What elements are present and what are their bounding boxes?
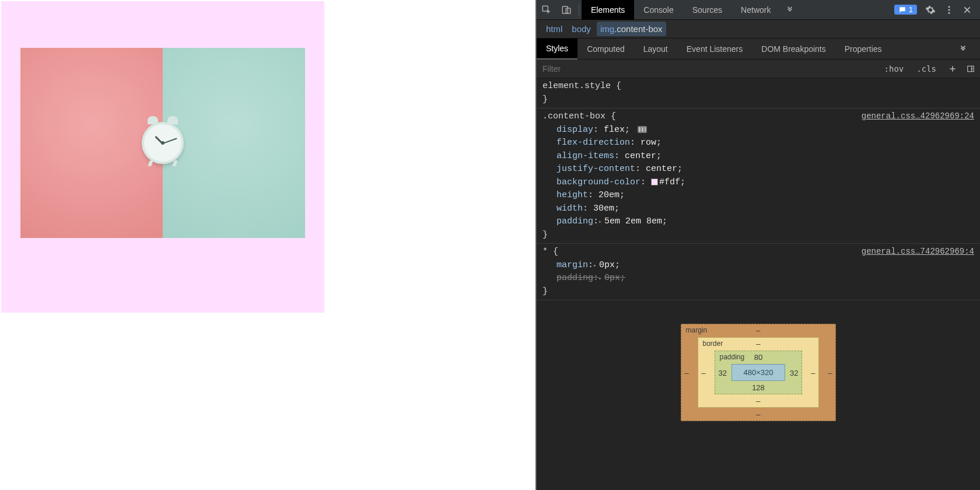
css-rules: element.style { } general.css…42962969:2… bbox=[537, 78, 980, 300]
filter-input[interactable] bbox=[537, 64, 879, 74]
box-model-border[interactable]: border – – – – padding 80 128 32 32 480×… bbox=[698, 337, 820, 408]
subtab-layout[interactable]: Layout bbox=[634, 38, 677, 60]
svg-point-5 bbox=[949, 12, 950, 13]
decl-margin[interactable]: margin:▸0px; bbox=[542, 259, 974, 272]
subtab-properties[interactable]: Properties bbox=[835, 38, 891, 60]
expand-shorthand-icon[interactable]: ▸ bbox=[598, 219, 602, 225]
content-box-element bbox=[1, 1, 324, 313]
decl-justify-content[interactable]: justify-content: center; bbox=[542, 163, 974, 176]
settings-icon[interactable] bbox=[925, 5, 936, 15]
breadcrumb-html[interactable]: html bbox=[542, 22, 566, 36]
breadcrumb-body[interactable]: body bbox=[568, 22, 594, 36]
margin-left-value: – bbox=[685, 368, 689, 377]
computed-sidebar-icon[interactable] bbox=[961, 65, 980, 73]
color-swatch-icon[interactable] bbox=[651, 178, 658, 186]
padding-top-value: 80 bbox=[754, 353, 762, 362]
padding-left-value: 32 bbox=[719, 368, 727, 377]
border-right-value: – bbox=[811, 368, 815, 377]
source-link-content-box[interactable]: general.css…42962969:24 bbox=[862, 110, 974, 123]
devtools-panel: Elements Console Sources Network 1 html … bbox=[536, 0, 980, 490]
filter-bar: :hov .cls bbox=[537, 60, 980, 78]
padding-bottom-value: 128 bbox=[752, 383, 765, 392]
rule-universal[interactable]: general.css…742962969:4 * { margin:▸0px;… bbox=[537, 244, 980, 300]
tab-elements[interactable]: Elements bbox=[582, 0, 634, 20]
device-toolbar-icon[interactable] bbox=[556, 0, 576, 20]
issues-badge[interactable]: 1 bbox=[894, 5, 917, 15]
padding-label: padding bbox=[720, 353, 745, 361]
flex-editor-icon[interactable] bbox=[638, 126, 647, 133]
tab-sources[interactable]: Sources bbox=[683, 0, 732, 20]
border-top-value: – bbox=[756, 340, 760, 348]
tab-network[interactable]: Network bbox=[732, 0, 780, 20]
subtab-computed[interactable]: Computed bbox=[578, 38, 634, 60]
inspect-element-icon[interactable] bbox=[537, 0, 556, 20]
svg-point-4 bbox=[949, 9, 950, 10]
subtab-dom-breakpoints[interactable]: DOM Breakpoints bbox=[752, 38, 835, 60]
border-label: border bbox=[703, 340, 723, 348]
svg-point-3 bbox=[949, 6, 950, 8]
decl-flex-direction[interactable]: flex-direction: row; bbox=[542, 136, 974, 150]
content-dimensions: 480×320 bbox=[744, 368, 774, 377]
more-tabs-icon[interactable] bbox=[780, 0, 800, 20]
decl-padding-overridden[interactable]: padding:▸0px; bbox=[542, 272, 974, 285]
expand-shorthand-icon[interactable]: ▸ bbox=[593, 262, 597, 269]
alarm-clock bbox=[142, 122, 184, 164]
border-bottom-value: – bbox=[756, 397, 760, 405]
margin-right-value: – bbox=[828, 368, 832, 377]
margin-label: margin bbox=[686, 326, 708, 334]
issues-count: 1 bbox=[909, 5, 913, 14]
dom-breadcrumb[interactable]: html body img.content-box bbox=[537, 20, 980, 38]
photo-right-half bbox=[163, 48, 305, 238]
clock-photo bbox=[20, 48, 305, 238]
border-left-value: – bbox=[702, 368, 706, 377]
more-subtabs-icon[interactable] bbox=[959, 45, 980, 53]
new-style-rule-icon[interactable] bbox=[944, 65, 961, 73]
rule-content-box[interactable]: general.css…42962969:24 .content-box { d… bbox=[537, 108, 980, 244]
box-model-margin[interactable]: margin – – – – border – – – – padding 80… bbox=[681, 324, 836, 421]
breadcrumb-selected[interactable]: img.content-box bbox=[597, 22, 666, 36]
svg-rect-1 bbox=[562, 6, 568, 13]
tab-console[interactable]: Console bbox=[634, 0, 682, 20]
source-link-universal[interactable]: general.css…742962969:4 bbox=[862, 246, 974, 258]
kebab-menu-icon[interactable] bbox=[944, 5, 954, 15]
subtab-styles[interactable]: Styles bbox=[537, 38, 578, 60]
decl-display[interactable]: display: flex; bbox=[542, 124, 974, 137]
margin-bottom-value: – bbox=[756, 410, 760, 419]
decl-padding[interactable]: padding:▸5em 2em 8em; bbox=[542, 215, 974, 229]
expand-shorthand-icon[interactable]: ▸ bbox=[598, 275, 602, 282]
svg-rect-6 bbox=[968, 66, 974, 71]
decl-height[interactable]: height: 20em; bbox=[542, 189, 974, 202]
subtab-event-listeners[interactable]: Event Listeners bbox=[677, 38, 752, 60]
cls-toggle[interactable]: .cls bbox=[911, 62, 942, 75]
hov-toggle[interactable]: :hov bbox=[879, 62, 909, 75]
devtools-topbar: Elements Console Sources Network 1 bbox=[537, 0, 980, 20]
box-model-diagram[interactable]: margin – – – – border – – – – padding 80… bbox=[681, 324, 836, 421]
decl-align-items[interactable]: align-items: center; bbox=[542, 150, 974, 163]
close-devtools-icon[interactable] bbox=[963, 5, 972, 15]
box-model-content[interactable]: 480×320 bbox=[732, 364, 786, 381]
rule-element-style[interactable]: element.style { } bbox=[537, 78, 980, 108]
decl-background-color[interactable]: background-color: #fdf; bbox=[542, 176, 974, 190]
rendered-page bbox=[0, 0, 536, 490]
styles-subtabs: Styles Computed Layout Event Listeners D… bbox=[537, 38, 980, 60]
minute-hand bbox=[163, 138, 177, 144]
margin-top-value: – bbox=[756, 326, 760, 335]
box-model-panel: margin – – – – border – – – – padding 80… bbox=[537, 300, 980, 490]
box-model-padding[interactable]: padding 80 128 32 32 480×320 bbox=[715, 351, 803, 394]
topbar-separator bbox=[579, 4, 579, 16]
clock-center bbox=[161, 141, 164, 145]
padding-right-value: 32 bbox=[790, 368, 798, 377]
decl-width[interactable]: width: 30em; bbox=[542, 202, 974, 216]
